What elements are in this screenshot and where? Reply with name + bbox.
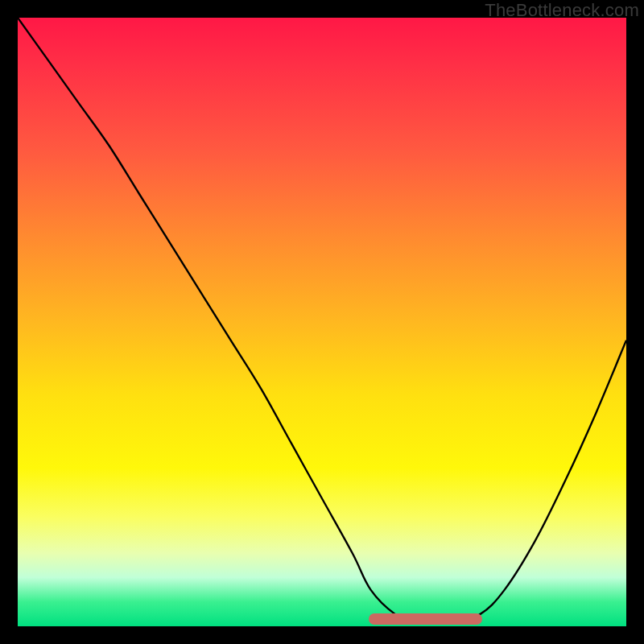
- plot-area: [18, 18, 626, 626]
- watermark-text: TheBottleneck.com: [485, 0, 639, 21]
- optimal-range-marker: [369, 613, 481, 625]
- bottleneck-curve: [18, 18, 626, 626]
- chart-frame: TheBottleneck.com: [0, 0, 644, 644]
